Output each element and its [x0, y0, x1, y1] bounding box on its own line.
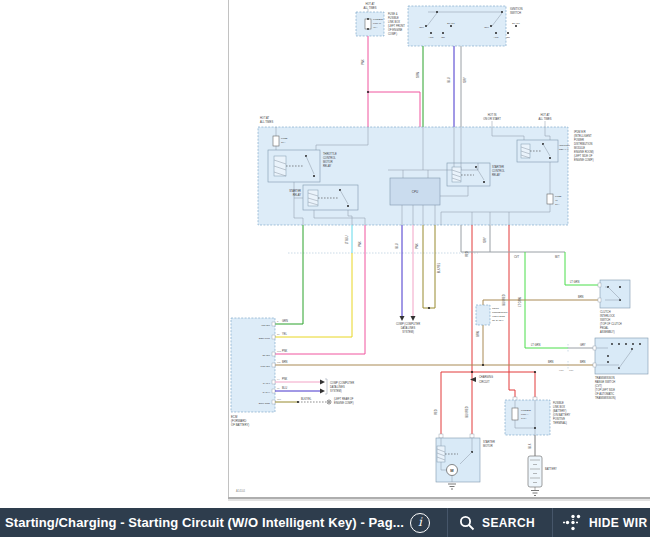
ecm-pin-number: 111: [277, 361, 281, 364]
caption: (BATTERY): [553, 409, 567, 413]
caption: ASSEMBLY): [600, 330, 615, 334]
ipdm-caption: ENGINE ROOM): [574, 150, 594, 154]
info-button[interactable]: i: [410, 513, 430, 533]
wire-colors-icon: [562, 513, 582, 532]
mt-label: M/T: [555, 255, 560, 259]
ecm-pin-number: 2: [277, 320, 279, 323]
caption: LINK BOX: [388, 20, 400, 24]
comp-caption: DATA LINES: [330, 385, 345, 389]
ecm-pin-label: ECM GND: [259, 402, 271, 405]
comp-caption: SYSTEM): [330, 389, 342, 393]
relay-caption: RELAY 1: [559, 148, 569, 151]
diagram-title: Starting/Charging - Starting Circuit (W/…: [5, 515, 404, 530]
wire-color-label: PNK: [415, 243, 419, 249]
wire-color-label: LT GRN: [518, 297, 522, 306]
caption: COMP.): [388, 32, 397, 36]
ipdm-caption: (LEFT SIDE OF: [574, 154, 593, 158]
caption: TERMINAL): [553, 421, 567, 425]
wire-color-label: GRY: [580, 343, 586, 347]
ipdm-caption: POWER: [574, 138, 584, 142]
ecm-box: IGN SW SEN PWR ST SW PNP SW CAN-L CAN-H …: [231, 318, 354, 427]
starter-motor: M STARTER MOTOR: [436, 434, 495, 489]
transmission-range-switch: TRANSMISSION RANGE SWITCH (CVT) (TOP LEF…: [593, 338, 648, 400]
ecm-pin-label: ST SW: [262, 354, 270, 357]
wire-color-label: BLU: [447, 77, 451, 82]
fuse-label: LINK A: [521, 413, 529, 416]
hot-label: ALL TIMES: [260, 120, 273, 124]
sw-pos: ACC: [428, 36, 433, 39]
wire-color-label: BLU: [282, 386, 287, 390]
fuse-label: FUSE: [555, 195, 562, 198]
mid-wires: COMP (COMPUTER DATA LINES SYSTEM) LT BLU…: [275, 225, 600, 448]
bottom-toolbar: Starting/Charging - Starting Circuit (W/…: [0, 508, 650, 537]
search-label: SEARCH: [482, 516, 535, 530]
wire-color-label: GRY: [483, 237, 487, 243]
ecm-pin-number: 105: [277, 350, 282, 353]
fuse-label: 10A: [555, 203, 560, 206]
clutch-interlock-switch: CLUTCH INTERLOCK SWITCH (TOP OF CLUTCH P…: [598, 280, 630, 334]
caption: POSITIVE: [553, 417, 565, 421]
wire-color-label: PNK: [358, 241, 362, 247]
caption: CLUTCH: [600, 310, 611, 314]
toolbar-divider: [552, 508, 553, 537]
ecm-pin-number: 27: [277, 333, 280, 336]
search-icon: [459, 515, 475, 531]
wire-color-label: PNK: [361, 59, 365, 65]
wire-color-label: BRN: [476, 331, 480, 337]
sw-pos: OFF: [484, 26, 489, 29]
fuse-label: 140A: [521, 417, 527, 420]
ipdm-caption: ENGINE COMP.): [574, 158, 594, 162]
ignition-switch-box: OFF ACC ON START OFF ACC ON START IGNITI…: [408, 6, 522, 46]
caption: (ON BATTERY: [553, 413, 570, 417]
wire-color-label: PNK: [282, 349, 288, 353]
connector-id: M28: [559, 369, 564, 372]
fuse-fusible-link-box: HOT AT ALL TIMES FUSIBLE LINK M 40A FUSE…: [356, 2, 405, 36]
caption: (LEFT FRONT: [388, 24, 405, 28]
ecm-pin-number: 94: [277, 378, 280, 381]
search-button[interactable]: SEARCH: [459, 508, 535, 537]
relay-caption: RELAY: [323, 164, 332, 168]
fuse-label: FUSIBLE: [521, 409, 531, 412]
ecm-pin-label: CAN-H: [262, 391, 270, 394]
wire-color-label: RED: [465, 251, 469, 257]
comp-caption: DATA LINES: [401, 326, 416, 330]
wire-color-label: BLK/RED: [465, 406, 469, 417]
caption: (CVT): [595, 384, 602, 388]
relay-caption: RELAY: [492, 173, 501, 177]
ipdm-caption: MODULE: [574, 146, 585, 150]
caption: PEDAL: [600, 326, 609, 330]
ground-caption: (LEFT REAR OF: [334, 397, 354, 401]
hot-label: ALL TIMES: [363, 6, 376, 10]
relay-caption: IGNITION: [559, 144, 570, 147]
cpu-label: CPU: [412, 190, 418, 194]
sw-pos: ON: [506, 36, 510, 39]
hide-wire-colors-button[interactable]: HIDE WIR: [562, 508, 648, 537]
ipdm-box: HOT AT ALL TIMES FUSE 10A THROTTL: [258, 116, 594, 225]
cvt-label: CVT: [514, 255, 520, 259]
caption: CONNECTOR: [492, 311, 508, 314]
hot-label: HOT AT: [365, 2, 375, 6]
wiring-diagram[interactable]: HOT AT ALL TIMES FUSIBLE LINK M 40A FUSE…: [228, 0, 650, 502]
caption: LINK BOX: [553, 405, 565, 409]
caption: (TOP OF CLUTCH: [600, 322, 622, 326]
wire-color-label: LT GRN: [531, 343, 540, 347]
wire-color-label: BLK: [528, 443, 532, 448]
relay-caption: CONTROL: [492, 169, 505, 173]
caption: FUSIBLE: [553, 401, 564, 405]
fuse-label: FUSIBLE: [373, 18, 383, 21]
sw-pos: ACC: [493, 36, 498, 39]
caption: OF AUTOMATIC: [595, 392, 614, 396]
wire-color-label: BRN: [580, 360, 586, 364]
relay-caption: THROTTLE: [323, 152, 337, 156]
ground-caption: ENGINE COMP.): [334, 401, 354, 405]
caption: (TOP LEFT SIDE: [595, 388, 615, 392]
fusible-link-box-battery: FUSIBLE LINK A 140A FUSIBLE LINK BOX (BA…: [505, 397, 570, 435]
hot-label: ALL TIMES: [538, 117, 551, 121]
caption: SWITCH: [600, 318, 610, 322]
caption: (LEFT SIDE: [492, 315, 505, 318]
comp-caption: SYSTEM): [402, 330, 414, 334]
ecm-pin-number: 86: [277, 387, 280, 390]
wire-color-label: RED: [434, 409, 438, 415]
wire-color-label: YEL: [282, 332, 287, 336]
hot-label: HOT AT: [260, 116, 270, 120]
